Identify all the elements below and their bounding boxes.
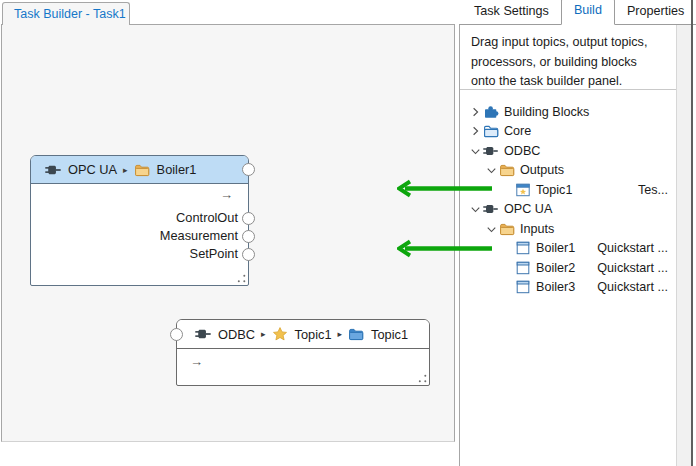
folder-icon (348, 326, 365, 342)
folder-orange-icon (499, 221, 515, 237)
chevron-down-icon[interactable] (484, 221, 499, 237)
mapping-arrow-icon: → (220, 187, 233, 202)
tree-item-secondary: Quickstart ... (597, 241, 677, 255)
drag-hint-arrow (397, 239, 492, 258)
chevron-right-icon[interactable] (468, 104, 483, 120)
port-row: ControlOut (176, 209, 238, 227)
node-header[interactable]: ODBC ▸ Topic1 ▸ Topic1 (177, 320, 429, 349)
boiler-doc-icon (515, 260, 531, 276)
tree-item-building-blocks[interactable]: Building Blocks (460, 102, 677, 122)
tab-properties[interactable]: Properties (615, 0, 696, 24)
folder-icon (134, 162, 151, 178)
breadcrumb-separator-icon: ▸ (338, 329, 343, 339)
boiler-doc-icon (515, 279, 531, 295)
tree-item-label: Boiler3 (536, 280, 575, 294)
chevron-placeholder (500, 260, 515, 276)
vertical-scrollbar[interactable] (676, 25, 691, 466)
plug-icon (45, 162, 62, 178)
tree-item-topic1[interactable]: Topic1Tes... (460, 180, 677, 200)
tree-item-label: Core (504, 124, 531, 138)
resize-grip-icon[interactable] (237, 274, 246, 283)
port-setpoint[interactable] (242, 248, 255, 261)
tree-item-boiler2[interactable]: Boiler2Quickstart ... (460, 258, 677, 278)
node-header-label: ODBC (218, 327, 255, 342)
node-header[interactable]: OPC UA ▸ Boiler1 (31, 156, 248, 184)
plug-icon (483, 201, 499, 217)
chevron-placeholder (500, 182, 515, 198)
tree-item-label: Boiler1 (536, 241, 575, 255)
plug-icon (195, 326, 212, 342)
node-opcua-boiler1[interactable]: OPC UA ▸ Boiler1 → ControlOut Measuremen… (30, 155, 249, 286)
tree-item-inputs[interactable]: Inputs (460, 219, 677, 239)
port-measurement[interactable] (242, 230, 255, 243)
chevron-right-icon[interactable] (468, 123, 483, 139)
node-header-label: OPC UA (68, 162, 117, 177)
puzzle-icon (483, 104, 499, 120)
boiler-doc-icon (515, 240, 531, 256)
tree-item-label: OPC UA (504, 202, 552, 216)
chevron-placeholder (500, 279, 515, 295)
node-input-port[interactable] (242, 163, 255, 176)
node-odbc-topic1[interactable]: ODBC ▸ Topic1 ▸ Topic1 → (176, 319, 430, 386)
breadcrumb-separator-icon: ▸ (261, 329, 266, 339)
tree-item-label: ODBC (504, 144, 540, 158)
tree-item-label: Inputs (520, 222, 554, 236)
tree: Building BlocksCoreODBCOutputsTopic1Tes.… (460, 90, 677, 297)
port-row: Measurement (160, 227, 238, 245)
chevron-placeholder (500, 240, 515, 256)
tree-item-boiler1[interactable]: Boiler1Quickstart ... (460, 239, 677, 259)
mapping-arrow-icon: → (190, 354, 203, 369)
node-output-port[interactable] (170, 328, 183, 341)
port-label: ControlOut (176, 210, 238, 225)
tree-item-secondary: Tes... (638, 183, 677, 197)
tree-item-odbc[interactable]: ODBC (460, 141, 677, 161)
chevron-down-icon[interactable] (468, 143, 483, 159)
tree-item-secondary: Quickstart ... (597, 280, 677, 294)
tab-task-settings[interactable]: Task Settings (462, 0, 561, 24)
task-builder-canvas[interactable]: OPC UA ▸ Boiler1 → ControlOut Measuremen… (1, 24, 455, 442)
topic-star-icon (515, 182, 531, 198)
tree-item-secondary: Quickstart ... (597, 261, 677, 275)
node-header-label: Topic1 (371, 327, 408, 342)
drag-hint-arrow (397, 179, 492, 198)
tree-item-label: Topic1 (536, 183, 572, 197)
tab-task-builder[interactable]: Task Builder - Task1 (2, 2, 130, 25)
folder-orange-icon (499, 162, 515, 178)
node-header-label: Topic1 (295, 327, 332, 342)
plug-icon (483, 143, 499, 159)
right-tabbar: Task Settings Build Properties (459, 0, 696, 25)
node-header-label: Boiler1 (157, 162, 197, 177)
tree-item-boiler3[interactable]: Boiler3Quickstart ... (460, 278, 677, 298)
port-label: Measurement (160, 228, 238, 243)
tree-item-label: Building Blocks (504, 105, 589, 119)
window-border (691, 0, 693, 466)
tree-item-core[interactable]: Core (460, 122, 677, 142)
port-row: SetPoint (190, 245, 238, 263)
resize-grip-icon[interactable] (418, 374, 427, 383)
chevron-down-icon[interactable] (484, 162, 499, 178)
tree-item-opc-ua[interactable]: OPC UA (460, 200, 677, 220)
port-controlout[interactable] (242, 212, 255, 225)
star-icon (272, 326, 289, 342)
build-panel-description: Drag input topics, output topics, proces… (460, 25, 677, 90)
folder-blue-outline-icon (483, 123, 499, 139)
chevron-down-icon[interactable] (468, 201, 483, 217)
tab-build[interactable]: Build (561, 0, 615, 25)
breadcrumb-separator-icon: ▸ (123, 164, 128, 174)
port-label: SetPoint (190, 246, 238, 261)
tree-item-label: Boiler2 (536, 261, 575, 275)
tree-item-label: Outputs (520, 163, 564, 177)
tree-item-outputs[interactable]: Outputs (460, 161, 677, 181)
